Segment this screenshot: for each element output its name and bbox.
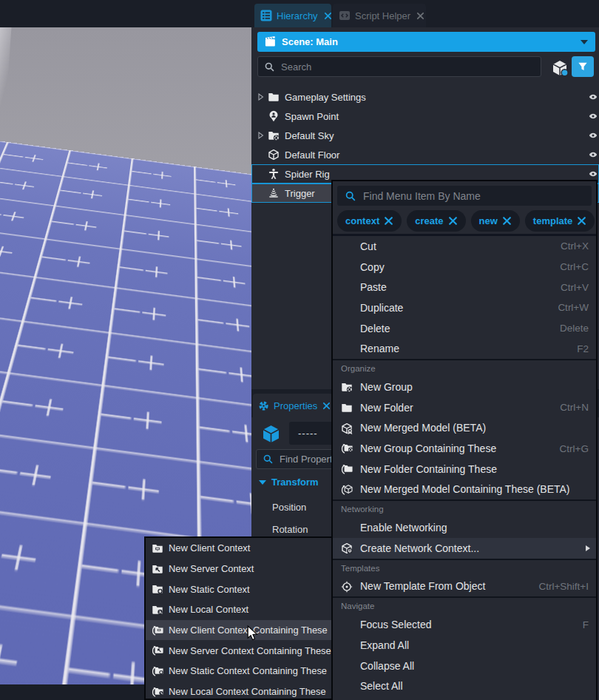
position-field-label: Position	[272, 502, 306, 513]
script-helper-icon	[339, 10, 351, 21]
tab-properties[interactable]: Properties	[253, 394, 333, 417]
scene-selector[interactable]: Scene: Main	[257, 32, 595, 52]
transform-section-label: Transform	[271, 477, 319, 488]
visibility-eye-icon[interactable]	[588, 112, 598, 121]
submenu-item-new-local-context-containing-these[interactable]: New Local Context Containing These	[146, 682, 331, 700]
submenu-item-label: New Static Context	[169, 584, 250, 595]
visibility-eye-icon[interactable]	[588, 150, 598, 159]
tab-hierarchy-label: Hierarchy	[277, 10, 318, 21]
sky-highlight	[0, 27, 12, 148]
search-icon	[263, 454, 274, 465]
chip-remove-icon[interactable]	[502, 216, 512, 226]
folder-static-contain-icon	[151, 665, 164, 677]
tab-script-helper-close-icon[interactable]	[416, 12, 424, 20]
menu-item-new-merged-model-beta[interactable]: New Merged Model (BETA)	[333, 418, 596, 439]
tab-hierarchy-close-icon[interactable]	[324, 12, 332, 20]
chevron-down-icon	[581, 40, 588, 44]
menu-item-shortcut: Ctrl+N	[560, 402, 589, 413]
menu-item-new-template-from-object[interactable]: New Template From ObjectCtrl+Shift+I	[333, 576, 596, 597]
filter-chip-new[interactable]: new	[471, 210, 520, 232]
menu-item-select-all[interactable]: Select All	[333, 676, 596, 696]
menu-item-label: Select All	[360, 680, 403, 692]
tree-item-spawn-point[interactable]: Spawn Point	[251, 107, 599, 126]
menu-item-new-folder[interactable]: New FolderCtrl+N	[333, 397, 596, 418]
menu-item-enable-networking[interactable]: Enable Networking	[333, 517, 596, 538]
menu-search-input[interactable]	[362, 189, 572, 203]
tree-item-default-sky[interactable]: Default Sky	[251, 126, 599, 145]
menu-item-shortcut: Ctrl+V	[561, 282, 589, 293]
menu-item-duplicate[interactable]: DuplicateCtrl+W	[333, 297, 596, 318]
chip-remove-icon[interactable]	[577, 216, 586, 226]
menu-item-rename[interactable]: RenameF2	[333, 338, 596, 359]
scene-selector-label: Scene: Main	[282, 36, 338, 47]
filter-chips: contextcreatenewtemplate	[337, 210, 592, 232]
menu-item-copy[interactable]: CopyCtrl+C	[333, 257, 596, 277]
submenu-item-new-server-context[interactable]: New Server Context	[146, 559, 331, 579]
folder-gear-icon	[339, 380, 354, 394]
menu-item-paste[interactable]: PasteCtrl+V	[333, 277, 596, 297]
menu-item-new-group-containing-these[interactable]: New Group Containing TheseCtrl+G	[333, 438, 596, 459]
tab-hierarchy[interactable]: Hierarchy	[254, 4, 331, 27]
folder-client-contain-icon	[151, 625, 164, 636]
submenu-item-new-static-context[interactable]: New Static Context	[146, 579, 331, 599]
context-menu: contextcreatenewtemplate CutCtrl+XCopyCt…	[331, 180, 598, 700]
search-icon	[264, 61, 275, 73]
menu-item-focus-selected[interactable]: Focus SelectedF	[333, 614, 596, 635]
cube-snap-icon[interactable]	[551, 59, 569, 77]
visibility-eye-icon[interactable]	[588, 131, 598, 140]
submenu-item-new-static-context-containing-these[interactable]: New Static Context Containing These	[146, 661, 331, 682]
visibility-eye-icon[interactable]	[588, 92, 598, 101]
hierarchy-search[interactable]	[257, 56, 541, 77]
menu-item-label: Paste	[360, 281, 387, 293]
menu-item-shortcut: F	[583, 619, 589, 630]
rotation-field-label: Rotation	[272, 524, 308, 535]
chip-remove-icon[interactable]	[448, 216, 458, 226]
tab-script-helper[interactable]: Script Helper	[333, 4, 426, 27]
submenu-item-new-server-context-containing-these[interactable]: New Server Context Containing These	[146, 640, 331, 661]
merged-model-contain-icon	[339, 483, 354, 497]
menu-search[interactable]	[337, 186, 592, 206]
menu-item-shortcut: Ctrl+G	[560, 443, 589, 454]
network-cube-icon	[339, 542, 354, 555]
hierarchy-icon	[260, 10, 272, 21]
tree-item-label: Gameplay Settings	[285, 92, 366, 103]
menu-item-label: Copy	[360, 261, 385, 273]
expander-icon[interactable]	[258, 132, 265, 139]
transform-section-header[interactable]: Transform	[259, 477, 319, 488]
submenu-item-label: New Local Context Containing These	[169, 686, 326, 697]
visibility-eye-icon[interactable]	[588, 169, 598, 178]
menu-item-label: Expand All	[360, 639, 409, 651]
filter-chip-template[interactable]: template	[525, 210, 595, 232]
hierarchy-search-input[interactable]	[280, 61, 504, 73]
menu-item-new-group[interactable]: New Group	[333, 377, 596, 397]
menu-item-shortcut: Ctrl+C	[560, 261, 589, 272]
menu-item-delete[interactable]: DeleteDelete	[333, 318, 596, 339]
menu-item-new-merged-model-containing-these-beta[interactable]: New Merged Model Containing These (BETA)	[333, 479, 596, 500]
menu-item-label: Enable Networking	[360, 522, 447, 534]
submenu-item-new-client-context-containing-these[interactable]: New Client Context Containing These	[146, 620, 331, 641]
filter-button[interactable]	[572, 56, 594, 77]
object-cube-icon	[261, 424, 281, 444]
filter-chip-create[interactable]: create	[407, 210, 465, 232]
menu-item-create-network-context[interactable]: Create Network Context...	[333, 538, 596, 559]
person-icon	[268, 168, 280, 180]
tab-properties-close-icon[interactable]	[322, 402, 331, 410]
menu-item-cut[interactable]: CutCtrl+X	[333, 236, 596, 257]
editor-window: Hierarchy Script Helper Scene: Main Game…	[0, 0, 599, 700]
menu-section-organize: Organize	[333, 359, 596, 377]
menu-item-expand-all[interactable]: Expand All	[333, 635, 596, 656]
tree-item-gameplay-settings[interactable]: Gameplay Settings	[251, 87, 599, 107]
hierarchy-tabbar: Hierarchy Script Helper	[251, 0, 599, 27]
merged-model-icon	[339, 422, 354, 435]
submenu-item-new-client-context[interactable]: New Client Context	[146, 538, 331, 559]
expander-icon[interactable]	[258, 93, 265, 101]
tree-item-default-floor[interactable]: Default Floor	[251, 145, 599, 164]
chip-remove-icon[interactable]	[384, 216, 393, 226]
menu-item-collapse-all[interactable]: Collapse All	[333, 656, 596, 676]
folder-client-icon	[151, 542, 164, 554]
submenu-item-new-local-context[interactable]: New Local Context	[146, 599, 331, 620]
menu-item-new-folder-containing-these[interactable]: New Folder Containing These	[333, 459, 596, 479]
menu-items: CutCtrl+XCopyCtrl+CPasteCtrl+VDuplicateC…	[333, 236, 596, 696]
menu-section-networking: Networking	[333, 499, 596, 517]
filter-chip-context[interactable]: context	[337, 210, 402, 232]
